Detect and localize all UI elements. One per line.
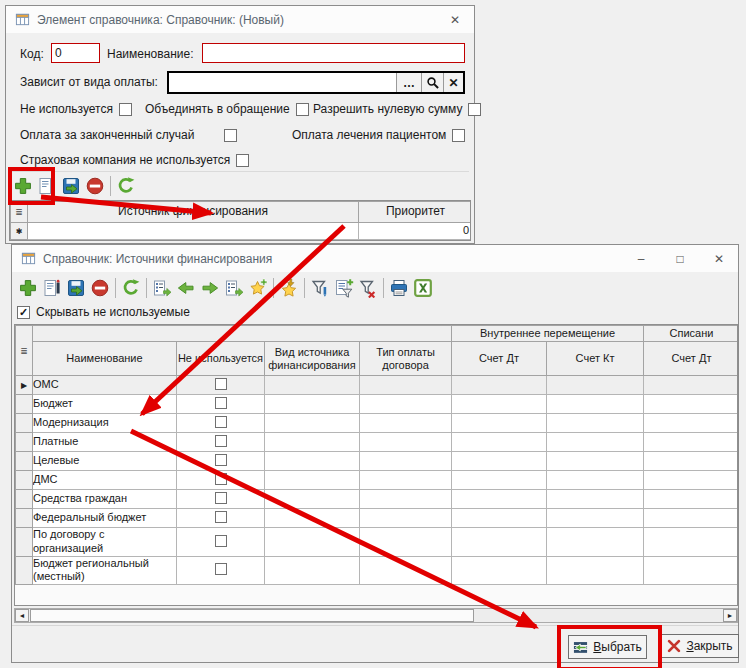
cell-name[interactable]: Средства граждан — [33, 490, 177, 509]
column-header-debit-account[interactable]: Счет Дт — [452, 342, 547, 376]
table-row[interactable]: Бюджет — [16, 395, 739, 414]
cell-empty[interactable] — [265, 471, 360, 490]
cell-name[interactable]: Платные — [33, 433, 177, 452]
table-row[interactable]: Средства граждан — [16, 490, 739, 509]
minimize-icon[interactable]: – — [631, 249, 651, 269]
cell-empty[interactable] — [265, 376, 360, 395]
cell-not-used-checkbox[interactable] — [177, 509, 265, 528]
cell-empty[interactable] — [452, 556, 547, 585]
column-header-source-kind[interactable]: Вид источника финансирования — [265, 342, 360, 376]
merge-checkbox[interactable] — [296, 103, 309, 116]
not-used-checkbox[interactable] — [215, 535, 227, 547]
not-used-checkbox[interactable] — [215, 378, 227, 390]
cell-not-used-checkbox[interactable] — [177, 528, 265, 557]
ellipsis-button[interactable]: … — [396, 73, 421, 92]
zero-sum-checkbox[interactable] — [468, 103, 481, 116]
cell-empty[interactable] — [265, 528, 360, 557]
cell-empty[interactable] — [452, 471, 547, 490]
cell-empty[interactable] — [452, 528, 547, 557]
cell-empty[interactable] — [547, 414, 644, 433]
completed-case-checkbox[interactable] — [224, 129, 237, 142]
table-row[interactable]: Целевые — [16, 452, 739, 471]
filter-clear-button[interactable] — [356, 276, 380, 300]
column-header-name[interactable]: Наименование — [33, 342, 177, 376]
cell-empty[interactable] — [644, 376, 739, 395]
cell-empty[interactable] — [547, 509, 644, 528]
cell-empty[interactable] — [644, 395, 739, 414]
add-button[interactable] — [11, 174, 35, 198]
not-used-checkbox[interactable] — [215, 416, 227, 428]
table-row[interactable]: ДМС — [16, 471, 739, 490]
not-used-checkbox[interactable] — [215, 454, 227, 466]
cell-name[interactable]: Бюджет региональный (местный) — [33, 556, 177, 585]
delete-button[interactable] — [83, 174, 107, 198]
cell-empty[interactable] — [644, 471, 739, 490]
cell-empty[interactable] — [547, 376, 644, 395]
search-button[interactable] — [421, 73, 443, 92]
cell-empty[interactable] — [360, 490, 452, 509]
edit-button[interactable] — [40, 276, 64, 300]
cell-empty[interactable] — [360, 452, 452, 471]
cell-empty[interactable] — [547, 395, 644, 414]
checkbox-patient-payment[interactable]: Оплата лечения пациентом — [292, 128, 465, 142]
save-button[interactable] — [64, 276, 88, 300]
hide-unused-checkbox-item[interactable]: ✓ Скрывать не используемые — [17, 305, 190, 319]
go-to-selected-button[interactable] — [222, 276, 246, 300]
insurance-not-used-checkbox[interactable] — [236, 154, 249, 167]
close-icon[interactable]: ✕ — [445, 10, 465, 30]
checkbox-not-used[interactable]: Не используется — [20, 102, 132, 116]
checkbox-insurance-not-used[interactable]: Страховая компания не используется — [20, 153, 249, 167]
not-used-checkbox[interactable] — [215, 492, 227, 504]
cell-not-used-checkbox[interactable] — [177, 395, 265, 414]
code-input[interactable]: 0 — [51, 43, 100, 63]
cell-not-used-checkbox[interactable] — [177, 414, 265, 433]
cell-name[interactable]: ОМС — [33, 376, 177, 395]
refresh-button[interactable] — [114, 174, 138, 198]
cell-empty[interactable] — [644, 433, 739, 452]
cell-empty[interactable] — [265, 414, 360, 433]
not-used-checkbox[interactable] — [215, 397, 227, 409]
not-used-checkbox[interactable] — [215, 511, 227, 523]
name-input[interactable] — [202, 43, 465, 63]
cell-not-used-checkbox[interactable] — [177, 452, 265, 471]
cell-empty[interactable] — [360, 433, 452, 452]
add-button[interactable] — [16, 276, 40, 300]
not-used-checkbox[interactable] — [215, 473, 227, 485]
cell-empty[interactable] — [265, 452, 360, 471]
cell-empty[interactable] — [452, 414, 547, 433]
export-excel-button[interactable] — [411, 276, 435, 300]
table-row[interactable]: Федеральный бюджет — [16, 509, 739, 528]
cell-empty[interactable] — [644, 414, 739, 433]
cell-empty[interactable] — [452, 433, 547, 452]
select-button[interactable]: Выбрать — [568, 635, 647, 659]
column-header-source[interactable]: Источник финансирования — [28, 202, 359, 223]
table-row[interactable]: Платные — [16, 433, 739, 452]
move-left-button[interactable] — [174, 276, 198, 300]
horizontal-scrollbar[interactable]: ◄ ► — [14, 608, 738, 623]
not-used-checkbox[interactable] — [215, 435, 227, 447]
save-button[interactable] — [59, 174, 83, 198]
cell-empty[interactable] — [644, 509, 739, 528]
cell-empty[interactable] — [360, 395, 452, 414]
scrollbar-thumb[interactable] — [30, 609, 474, 622]
hide-unused-checkbox[interactable]: ✓ — [17, 306, 30, 319]
cell-name[interactable]: Модернизация — [33, 414, 177, 433]
column-header-not-used[interactable]: Не используется — [177, 342, 265, 376]
close-icon[interactable]: ✕ — [709, 249, 729, 269]
favorite-jump-button[interactable] — [277, 276, 301, 300]
cell-source[interactable] — [28, 223, 359, 240]
cell-empty[interactable] — [644, 452, 739, 471]
cell-empty[interactable] — [265, 433, 360, 452]
cell-empty[interactable] — [452, 490, 547, 509]
cell-name[interactable]: По договору с организацией — [33, 528, 177, 557]
cell-empty[interactable] — [547, 452, 644, 471]
cell-not-used-checkbox[interactable] — [177, 376, 265, 395]
cell-empty[interactable] — [644, 528, 739, 557]
table-row[interactable]: ▶ОМС — [16, 376, 739, 395]
go-to-button[interactable] — [150, 276, 174, 300]
refresh-button[interactable] — [119, 276, 143, 300]
cell-empty[interactable] — [547, 490, 644, 509]
cell-empty[interactable] — [547, 556, 644, 585]
checkbox-zero-sum[interactable]: Разрешить нулевую сумму — [313, 102, 481, 116]
cell-empty[interactable] — [360, 471, 452, 490]
